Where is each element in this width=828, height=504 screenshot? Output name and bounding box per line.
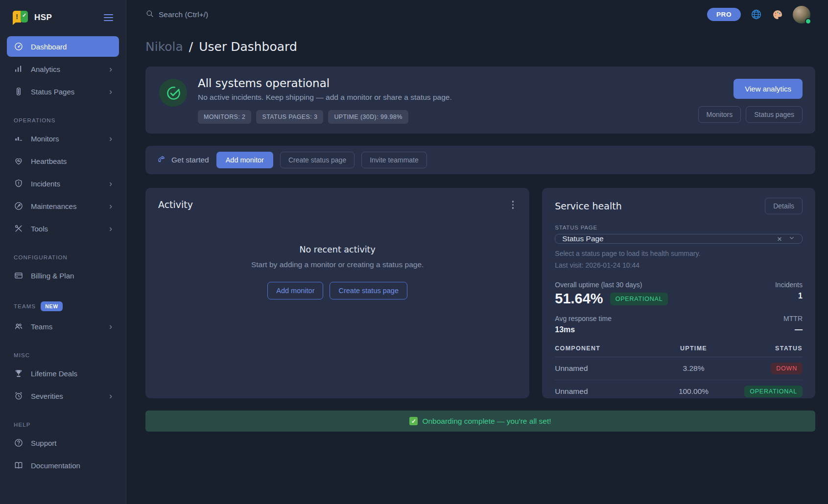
new-badge: NEW <box>41 301 63 311</box>
search-input[interactable] <box>159 10 306 19</box>
operational-check-icon <box>159 79 187 107</box>
sidebar-item-incidents[interactable]: Incidents › <box>7 173 119 194</box>
gauge-icon <box>14 42 24 51</box>
alarm-clock-icon <box>14 391 24 401</box>
clear-selection-icon[interactable]: × <box>777 235 782 243</box>
chevron-right-icon: › <box>109 391 112 400</box>
sidebar-item-label: Severities <box>31 392 63 400</box>
sidebar-item-analytics[interactable]: Analytics › <box>7 59 119 79</box>
monitors-count-badge: MONITORS: 2 <box>198 110 251 124</box>
theme-palette-icon[interactable] <box>772 9 783 21</box>
activity-title: Activity <box>158 199 193 210</box>
activity-card: Activity No recent activity Start by add… <box>145 188 529 398</box>
uptime-stat-label: Overall uptime (last 30 days) <box>555 281 668 289</box>
hamburger-menu-icon[interactable] <box>102 12 115 23</box>
create-status-page-button[interactable]: Create status page <box>280 152 355 168</box>
sidebar-item-label: Lifetime Deals <box>31 369 77 378</box>
system-status-card: All systems operational No active incide… <box>145 67 815 134</box>
get-started-bar: Get started Add monitor Create status pa… <box>145 146 815 174</box>
chevron-right-icon: › <box>109 224 112 233</box>
sidebar-section-configuration: CONFIGURATION <box>14 254 112 260</box>
details-button[interactable]: Details <box>765 198 803 214</box>
component-uptime: 100.00% <box>654 380 733 399</box>
table-header-uptime: UPTIME <box>654 343 733 357</box>
main-area: PRO Nikola / User Dashboard <box>126 0 828 504</box>
operational-badge: OPERATIONAL <box>610 293 668 305</box>
check-mark-emoji-icon: ✓ <box>409 417 418 425</box>
incidents-label: Incidents <box>775 281 803 289</box>
user-avatar[interactable] <box>793 6 810 23</box>
incidents-stat: Incidents 1 <box>775 281 803 300</box>
sidebar-item-label: Analytics <box>31 65 60 73</box>
sidebar-section-misc: MISC <box>14 352 112 358</box>
pro-plan-badge[interactable]: PRO <box>707 8 741 21</box>
components-table: COMPONENT UPTIME STATUS Unnamed 3.28% DO… <box>555 343 803 398</box>
select-helper-text: Select a status page to load its health … <box>555 250 803 257</box>
mttr-value: — <box>783 325 803 334</box>
sidebar-item-label: Billing & Plan <box>31 272 74 280</box>
sidebar-item-label: Monitors <box>31 135 59 143</box>
tools-icon <box>14 224 24 233</box>
sidebar-item-tools[interactable]: Tools › <box>7 218 119 239</box>
onboarding-banner: ✓ Onboarding complete — you're all set! <box>145 411 815 432</box>
app-root: ! ✓ HSP Dashboard Analytics › <box>0 0 828 504</box>
empty-create-status-page-button[interactable]: Create status page <box>330 282 407 299</box>
book-icon <box>14 460 24 470</box>
status-page-select-value: Status Page <box>562 234 603 243</box>
hero-actions: View analytics Monitors Status pages <box>698 77 803 124</box>
sidebar-item-label: Heartbeats <box>31 157 67 165</box>
table-header-component: COMPONENT <box>555 343 654 357</box>
sidebar-item-severities[interactable]: Severities › <box>7 386 119 406</box>
kebab-menu-icon[interactable] <box>509 198 517 212</box>
table-header-status: STATUS <box>733 343 803 357</box>
sidebar-item-status-pages[interactable]: Status Pages › <box>7 81 119 102</box>
add-monitor-button[interactable]: Add monitor <box>216 152 273 168</box>
heartbeat-icon <box>14 156 24 166</box>
sidebar-item-teams[interactable]: Teams › <box>7 316 119 337</box>
sidebar-item-documentation[interactable]: Documentation <box>7 455 119 476</box>
breadcrumb-parent[interactable]: Nikola <box>145 40 183 54</box>
sidebar: ! ✓ HSP Dashboard Analytics › <box>0 0 126 504</box>
status-page-select-label: STATUS PAGE <box>555 225 803 230</box>
page-title: User Dashboard <box>199 40 297 54</box>
maintenance-gear-icon <box>14 201 24 211</box>
sidebar-item-label: Maintenances <box>31 202 76 210</box>
sidebar-item-billing-plan[interactable]: Billing & Plan <box>7 265 119 286</box>
get-started-label: Get started <box>171 156 209 164</box>
avg-response-value: 13ms <box>555 325 612 334</box>
breadcrumb: Nikola / User Dashboard <box>145 40 815 54</box>
sidebar-nav: Dashboard Analytics › Status Pages › OPE… <box>0 31 126 476</box>
hero-text: All systems operational No active incide… <box>198 77 452 124</box>
uptime-30d-badge: UPTIME (30D): 99.98% <box>328 110 408 124</box>
sidebar-item-heartbeats[interactable]: Heartbeats <box>7 151 119 171</box>
uptime-value: 51.64% <box>555 291 603 307</box>
sidebar-item-maintenances[interactable]: Maintenances › <box>7 196 119 216</box>
get-started-label-wrap: Get started <box>157 155 209 166</box>
avg-response-stat: Avg response time 13ms <box>555 315 612 334</box>
chevron-down-icon[interactable] <box>788 234 795 243</box>
mttr-stat: MTTR — <box>783 315 803 334</box>
view-analytics-button[interactable]: View analytics <box>733 79 803 99</box>
credit-card-icon <box>14 271 24 280</box>
status-pages-button[interactable]: Status pages <box>746 106 803 123</box>
monitors-button[interactable]: Monitors <box>698 106 741 123</box>
sidebar-item-dashboard[interactable]: Dashboard <box>7 36 119 57</box>
sidebar-item-label: Documentation <box>31 461 80 470</box>
uptime-stat: Overall uptime (last 30 days) 51.64% OPE… <box>555 281 668 307</box>
shield-alert-icon <box>14 179 24 188</box>
invite-teammate-button[interactable]: Invite teammate <box>361 152 427 168</box>
empty-add-monitor-button[interactable]: Add monitor <box>267 282 323 299</box>
sidebar-item-label: Dashboard <box>31 43 67 51</box>
empty-state-subtitle: Start by adding a monitor or creating a … <box>251 260 424 269</box>
globe-icon[interactable] <box>750 8 762 21</box>
sidebar-item-support[interactable]: Support <box>7 433 119 453</box>
avg-response-label: Avg response time <box>555 315 612 322</box>
sidebar-item-lifetime-deals[interactable]: Lifetime Deals <box>7 363 119 384</box>
chevron-right-icon: › <box>109 134 112 143</box>
empty-state-title: No recent activity <box>299 245 375 254</box>
search-icon <box>145 9 154 20</box>
bar-chart-icon <box>14 64 24 74</box>
question-circle-icon <box>14 438 24 448</box>
sidebar-item-monitors[interactable]: Monitors › <box>7 128 119 149</box>
status-page-select[interactable]: Status Page × <box>555 234 803 244</box>
